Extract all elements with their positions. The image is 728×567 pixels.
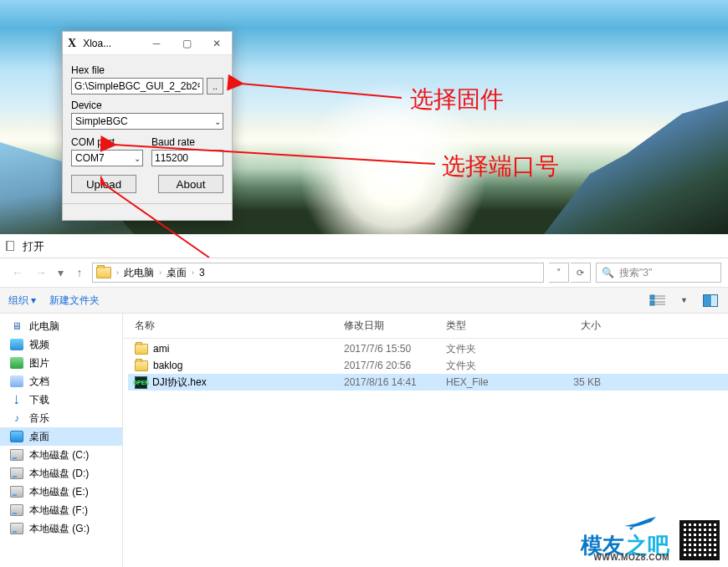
svg-rect-8 xyxy=(655,304,665,305)
breadcrumb-sep: › xyxy=(115,268,120,277)
nav-up-button[interactable]: ↑ xyxy=(69,262,90,284)
preview-pane-button[interactable] xyxy=(701,291,720,309)
xloader-statusbar xyxy=(63,203,232,220)
video-icon xyxy=(10,339,23,350)
hexfile-label: Hex file xyxy=(71,64,223,76)
disk-icon xyxy=(10,449,23,461)
document-icon xyxy=(10,375,23,387)
svg-rect-11 xyxy=(712,295,717,306)
breadcrumb[interactable]: › 此电脑 › 桌面 › 3 xyxy=(92,263,544,283)
watermark: 模友之吧 WWW.MOZ8.COM xyxy=(581,531,669,560)
refresh-button[interactable]: ⟳ xyxy=(571,263,591,283)
device-label: Device xyxy=(71,100,223,111)
newfolder-button[interactable]: 新建文件夹 xyxy=(49,294,100,308)
col-date[interactable]: 修改日期 xyxy=(344,319,446,333)
comport-value: COM7 xyxy=(75,152,105,164)
device-value: SimpleBGC xyxy=(75,115,128,127)
xloader-app-icon: X xyxy=(68,37,76,50)
svg-rect-6 xyxy=(650,301,654,305)
sidebar-documents[interactable]: 文档 xyxy=(0,372,122,391)
sidebar-disk-d[interactable]: 本地磁盘 (D:) xyxy=(0,464,122,483)
picture-icon xyxy=(10,357,23,369)
sidebar-pictures[interactable]: 图片 xyxy=(0,354,122,372)
view-dropdown-icon[interactable]: ▼ xyxy=(680,296,688,304)
disk-icon xyxy=(10,467,23,479)
breadcrumb-item[interactable]: 3 xyxy=(196,267,208,278)
disk-icon xyxy=(10,486,23,498)
sidebar-videos[interactable]: 视频 xyxy=(0,335,122,354)
col-name[interactable]: 名称 xyxy=(135,319,344,333)
file-row[interactable]: baklog 2017/7/6 20:56 文件夹 xyxy=(128,357,728,374)
browse-button[interactable]: .. xyxy=(207,78,223,94)
sidebar-downloads[interactable]: ⭣下载 xyxy=(0,391,122,409)
search-placeholder: 搜索"3" xyxy=(619,266,652,280)
svg-rect-5 xyxy=(655,298,665,299)
download-icon: ⭣ xyxy=(10,394,23,406)
breadcrumb-sep: › xyxy=(190,268,196,277)
svg-rect-3 xyxy=(650,295,654,299)
annotation-firmware: 选择固件 xyxy=(410,84,504,115)
hexfile-input[interactable] xyxy=(71,78,203,94)
chevron-down-icon: ⌄ xyxy=(214,117,221,126)
file-row[interactable]: ami 2017/7/6 15:50 文件夹 xyxy=(128,340,728,357)
explorer-window-title: 打开 xyxy=(6,239,44,254)
col-size[interactable]: 大小 xyxy=(545,319,624,333)
chevron-down-icon: ⌄ xyxy=(134,154,141,163)
xloader-window: X Xloa... ─ ▢ ✕ Hex file .. Device Simpl… xyxy=(62,31,233,221)
device-combo[interactable]: SimpleBGC ⌄ xyxy=(71,113,223,130)
svg-rect-10 xyxy=(704,295,711,306)
disk-icon xyxy=(10,523,23,534)
qr-code xyxy=(679,520,720,560)
folder-icon xyxy=(96,267,111,278)
sidebar-music[interactable]: ♪音乐 xyxy=(0,409,122,427)
baud-input[interactable] xyxy=(151,150,223,166)
breadcrumb-sep: › xyxy=(157,268,163,277)
comport-combo[interactable]: COM7 ⌄ xyxy=(71,150,143,166)
breadcrumb-item[interactable]: 此电脑 xyxy=(120,266,157,280)
music-icon: ♪ xyxy=(10,412,23,424)
search-input[interactable]: 🔍 搜索"3" xyxy=(596,263,721,283)
sidebar-desktop[interactable]: 桌面 xyxy=(0,427,122,446)
close-button[interactable]: ✕ xyxy=(202,32,232,55)
comport-label: COM port xyxy=(71,136,143,148)
maximize-button[interactable]: ▢ xyxy=(172,32,202,55)
disk-icon xyxy=(10,504,23,516)
nav-back-button[interactable]: ← xyxy=(7,262,28,284)
nav-history-button[interactable]: ▾ xyxy=(54,262,67,284)
about-button[interactable]: About xyxy=(158,175,223,193)
upload-button[interactable]: Upload xyxy=(71,175,136,193)
baud-label: Baud rate xyxy=(151,136,223,148)
organize-button[interactable]: 组织 ▾ xyxy=(8,294,36,308)
explorer-sidebar: 🖥此电脑 视频 图片 文档 ⭣下载 ♪音乐 桌面 本地磁盘 (C:) 本地磁盘 … xyxy=(0,314,123,567)
view-options-button[interactable] xyxy=(649,291,667,309)
path-dropdown-button[interactable]: ˅ xyxy=(549,263,569,283)
xloader-titlebar[interactable]: X Xloa... ─ ▢ ✕ xyxy=(63,32,232,55)
column-headers[interactable]: 名称 修改日期 类型 大小 xyxy=(123,314,728,339)
col-type[interactable]: 类型 xyxy=(446,319,545,333)
folder-icon xyxy=(135,360,148,371)
sidebar-disk-e[interactable]: 本地磁盘 (E:) xyxy=(0,483,122,501)
minimize-button[interactable]: ─ xyxy=(141,32,172,55)
sidebar-disk-f[interactable]: 本地磁盘 (F:) xyxy=(0,501,122,519)
explorer-toolbar: 组织 ▾ 新建文件夹 ▼ xyxy=(0,287,728,314)
search-icon: 🔍 xyxy=(602,267,614,278)
hex-file-icon: OPEN xyxy=(135,376,147,389)
annotation-port: 选择端口号 xyxy=(442,151,559,182)
breadcrumb-item[interactable]: 桌面 xyxy=(163,266,190,280)
sidebar-disk-c[interactable]: 本地磁盘 (C:) xyxy=(0,446,122,464)
explorer-window: ← → ▾ ↑ › 此电脑 › 桌面 › 3 ˅ ⟳ 🔍 搜索"3" 组织 ▾ … xyxy=(0,258,728,567)
xloader-title: Xloa... xyxy=(83,38,141,49)
svg-rect-4 xyxy=(655,295,665,297)
svg-rect-7 xyxy=(655,301,665,303)
sidebar-disk-g[interactable]: 本地磁盘 (G:) xyxy=(0,519,122,538)
folder-icon xyxy=(135,344,148,355)
explorer-navbar: ← → ▾ ↑ › 此电脑 › 桌面 › 3 ˅ ⟳ 🔍 搜索"3" xyxy=(0,258,728,287)
pc-icon: 🖥 xyxy=(10,320,23,332)
plane-icon xyxy=(623,515,658,530)
file-row-selected[interactable]: OPENDJI协议.hex 2017/8/16 14:41 HEX_File 3… xyxy=(128,374,728,391)
sidebar-this-pc[interactable]: 🖥此电脑 xyxy=(0,317,122,335)
desktop-icon xyxy=(10,431,23,442)
nav-forward-button[interactable]: → xyxy=(30,262,52,284)
window-icon xyxy=(6,241,14,251)
